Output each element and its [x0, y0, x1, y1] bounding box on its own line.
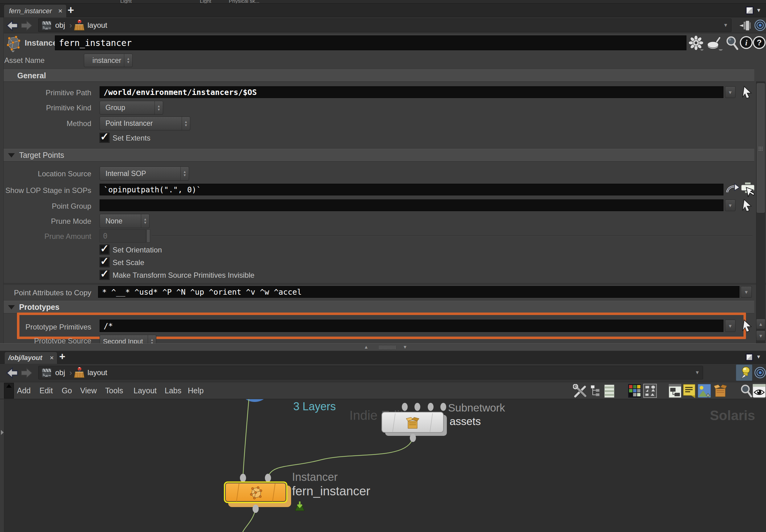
- network-boxes-icon[interactable]: [669, 384, 682, 398]
- primitive-kind-dropdown[interactable]: Group ▲▼: [100, 101, 163, 115]
- pin-pane-icon[interactable]: [738, 19, 752, 32]
- sticky-note-icon[interactable]: [683, 384, 696, 398]
- breadcrumb-layout[interactable]: layout: [88, 21, 107, 30]
- node-name-label[interactable]: assets: [450, 415, 481, 428]
- presets-pan-icon[interactable]: [706, 36, 723, 51]
- divider-collapse-down-icon[interactable]: ▼: [403, 344, 408, 350]
- pane-maximize-icon[interactable]: [746, 354, 753, 361]
- param-breadcrumb[interactable]: obj › layout ▼: [38, 18, 731, 32]
- prune-amount-input[interactable]: 0: [100, 229, 146, 243]
- menu-add[interactable]: Add: [17, 386, 31, 395]
- set-extents-checkbox[interactable]: ✓: [100, 133, 109, 143]
- point-group-menu-button[interactable]: ▼: [725, 199, 735, 211]
- radial-link-icon[interactable]: [754, 19, 766, 32]
- shapes-gallery-icon[interactable]: [643, 384, 657, 398]
- color-palette-icon[interactable]: [628, 384, 641, 398]
- node-input-dot[interactable]: [415, 403, 420, 411]
- network-breadcrumb[interactable]: obj › layout ▼: [38, 366, 703, 379]
- node-input-dot[interactable]: [440, 403, 446, 411]
- node-input-dot[interactable]: [402, 403, 408, 411]
- tab-close-icon[interactable]: ✕: [58, 8, 63, 14]
- show-lop-stage-input[interactable]: `opinputpath(".", 0)`: [100, 184, 723, 195]
- back-arrow-button[interactable]: [6, 367, 18, 379]
- tab-close-icon[interactable]: ✕: [50, 355, 54, 361]
- method-dropdown[interactable]: Point Instancer ▲▼: [100, 117, 190, 130]
- set-orientation-checkbox[interactable]: ✓: [100, 245, 109, 255]
- asset-box-icon[interactable]: [714, 384, 727, 398]
- new-tab-button[interactable]: +: [68, 4, 74, 17]
- jump-to-operator-icon[interactable]: [726, 183, 739, 196]
- primitive-path-select-arrow-icon[interactable]: [741, 85, 753, 99]
- breadcrumb-caret-icon[interactable]: ▼: [695, 370, 700, 375]
- collapse-triangle-icon[interactable]: [8, 153, 15, 158]
- menu-go[interactable]: Go: [62, 386, 72, 395]
- list-view-icon[interactable]: [604, 384, 615, 398]
- select-operator-icon[interactable]: [741, 182, 755, 197]
- menu-edit[interactable]: Edit: [39, 386, 53, 395]
- node-output-dot[interactable]: [252, 505, 259, 513]
- node-name-input[interactable]: fern_instancer: [55, 35, 686, 50]
- prune-amount-slider-handle[interactable]: [146, 229, 150, 243]
- pane-menu-caret-icon[interactable]: ▼: [756, 7, 761, 14]
- prototype-primitives-select-arrow-icon[interactable]: [741, 319, 753, 332]
- prune-mode-dropdown[interactable]: None ▲▼: [100, 214, 149, 228]
- network-editor[interactable]: Indie Edition Solaris 3 Layers: [0, 399, 766, 532]
- tree-view-icon[interactable]: [590, 385, 601, 398]
- node-input-dot[interactable]: [428, 403, 434, 411]
- search-icon[interactable]: [740, 384, 752, 398]
- point-group-input[interactable]: [100, 199, 723, 211]
- info-icon[interactable]: i: [739, 36, 753, 49]
- node-input-dot[interactable]: [265, 474, 271, 482]
- section-target-points[interactable]: Target Points: [4, 149, 754, 162]
- breadcrumb-obj[interactable]: obj: [55, 21, 65, 30]
- node-input-dot[interactable]: [240, 474, 246, 482]
- collapse-triangle-icon[interactable]: [8, 305, 15, 309]
- menu-view[interactable]: View: [80, 386, 97, 395]
- search-icon[interactable]: [725, 36, 739, 51]
- param-scroll-down-button[interactable]: ▼: [756, 330, 765, 341]
- point-attributes-menu-button[interactable]: ▼: [741, 286, 752, 298]
- spinner-icon[interactable]: ▲▼: [180, 167, 189, 180]
- pane-maximize-icon[interactable]: [746, 6, 754, 14]
- menu-help[interactable]: Help: [188, 386, 203, 395]
- spinner-icon[interactable]: ▲▼: [124, 54, 132, 67]
- node-output-dot[interactable]: [410, 434, 416, 442]
- subnetwork-node[interactable]: [381, 412, 444, 433]
- param-left-gutter[interactable]: [0, 17, 4, 343]
- make-invisible-checkbox[interactable]: ✓: [100, 270, 109, 280]
- param-scrollbar-thumb[interactable]: [757, 83, 765, 213]
- gear-icon[interactable]: [688, 35, 704, 51]
- tab-fern-instancer[interactable]: fern_instancer ✕: [4, 4, 67, 17]
- breadcrumb-caret-icon[interactable]: ▼: [723, 23, 728, 28]
- divider-grip[interactable]: [379, 346, 396, 349]
- new-tab-button[interactable]: +: [59, 350, 65, 362]
- forward-arrow-button[interactable]: [20, 367, 33, 379]
- forward-arrow-button[interactable]: [20, 20, 33, 31]
- menu-labs[interactable]: Labs: [165, 386, 181, 395]
- spinner-icon[interactable]: ▲▼: [154, 101, 163, 114]
- asset-name-dropdown[interactable]: instancer ▲▼: [84, 54, 133, 67]
- primitive-path-input[interactable]: /world/environment/instancers/$OS: [100, 86, 723, 98]
- breadcrumb-layout[interactable]: layout: [88, 368, 107, 377]
- tools-crossed-icon[interactable]: [573, 384, 587, 398]
- spinner-icon[interactable]: ▲▼: [141, 214, 149, 228]
- help-icon[interactable]: ?: [752, 36, 766, 49]
- tab-general[interactable]: General: [4, 69, 754, 82]
- breadcrumb-obj[interactable]: obj: [55, 368, 65, 377]
- pane-menu-caret-icon[interactable]: ▼: [756, 354, 761, 360]
- gutter-expand-triangle[interactable]: [1, 430, 4, 435]
- pane-divider[interactable]: ▲ ▼: [0, 343, 766, 351]
- menu-tools[interactable]: Tools: [105, 386, 123, 395]
- background-image-icon[interactable]: +: [698, 384, 711, 398]
- set-scale-checkbox[interactable]: ✓: [100, 257, 109, 267]
- back-arrow-button[interactable]: [6, 20, 18, 31]
- param-scroll-up-button[interactable]: ▲: [756, 319, 765, 329]
- primitive-path-menu-button[interactable]: ▼: [725, 86, 735, 98]
- menu-layout[interactable]: Layout: [133, 386, 157, 395]
- divider-collapse-up-icon[interactable]: ▲: [364, 344, 368, 350]
- visibility-eye-icon[interactable]: [752, 384, 766, 398]
- location-source-dropdown[interactable]: Internal SOP ▲▼: [100, 166, 189, 181]
- point-group-select-arrow-icon[interactable]: [741, 198, 753, 212]
- network-left-gutter[interactable]: [0, 399, 4, 532]
- pin-active-background[interactable]: [736, 364, 752, 381]
